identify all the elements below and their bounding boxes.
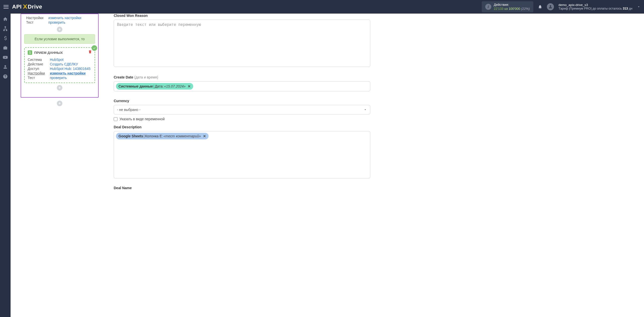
info-icon: i	[485, 4, 491, 10]
create-date-input[interactable]: Системные данные | Дата: «15.07.2024» ✕	[114, 81, 370, 91]
actions-text: Действия: 22'133 из 100'000 (22%)	[494, 3, 530, 11]
bell-icon[interactable]	[538, 5, 542, 9]
test-label2: Тест	[28, 76, 48, 80]
actions-counter[interactable]: i Действия: 22'133 из 100'000 (22%)	[482, 1, 533, 12]
logo-api: API	[12, 4, 22, 10]
field-dealname: Deal Name	[114, 186, 370, 190]
chevron-down-icon	[364, 108, 367, 111]
step-header: 1 ПРИЕМ ДАННЫХ	[28, 50, 92, 55]
avatar[interactable]	[547, 3, 554, 10]
test-value[interactable]: проверить	[50, 76, 67, 80]
desc-input[interactable]: Google Sheets | Колонка E: «тест коммент…	[114, 131, 370, 178]
flow-container: Настройки изменить настройки Тест провер…	[21, 14, 99, 98]
test-label: Тест	[26, 20, 46, 24]
add-step-button-2[interactable]: +	[57, 85, 62, 91]
currency-label: Currency	[114, 99, 370, 103]
add-step-button[interactable]: +	[57, 27, 62, 32]
menu-icon[interactable]	[4, 5, 9, 9]
add-branch-button[interactable]: +	[57, 101, 62, 106]
create-date-label: Create Date (дата и время)	[114, 75, 370, 79]
chevron-down-icon[interactable]	[637, 5, 640, 9]
source-block: Настройки изменить настройки Тест провер…	[24, 14, 95, 25]
test-link[interactable]: проверить	[48, 20, 65, 24]
settings-label: Настройки	[26, 16, 46, 20]
step-number: 1	[28, 50, 32, 55]
actions-used: 22'133	[494, 7, 504, 11]
as-variable-label: Указать в виде переменной	[119, 117, 165, 121]
field-closed-won: Closed Won Reason	[114, 14, 370, 68]
user-icon[interactable]	[3, 64, 8, 69]
user-name: demo_apix-drive_s3	[558, 3, 632, 7]
home-icon[interactable]	[3, 17, 8, 22]
side-rail	[0, 14, 11, 317]
condition-banner: Если условие выполняется, то	[24, 34, 95, 44]
settings-label2: Настройки	[28, 71, 48, 75]
destination-card[interactable]: 1 ПРИЕМ ДАННЫХ СистемаHubSpot ДействиеСо…	[24, 47, 95, 83]
currency-select[interactable]: - не выбрано -	[114, 105, 370, 114]
field-currency: Currency - не выбрано - Указать в виде п…	[114, 99, 370, 121]
svg-rect-2	[6, 30, 7, 31]
action-label: Действие	[28, 62, 48, 66]
chip-remove-icon[interactable]: ✕	[203, 134, 206, 138]
user-block[interactable]: demo_apix-drive_s3 Тариф |Премиум PRO| д…	[558, 3, 632, 11]
actions-label: Действия:	[494, 3, 530, 7]
logo-x-icon	[22, 3, 27, 10]
top-header: API Drive i Действия: 22'133 из 100'000 …	[0, 0, 644, 14]
logo-drive: Drive	[28, 4, 42, 10]
system-value[interactable]: HubSpot	[50, 58, 63, 62]
header-left: API Drive	[4, 3, 42, 10]
svg-rect-1	[4, 30, 5, 31]
system-label: Система	[28, 58, 48, 62]
actions-pct: (22%)	[521, 7, 530, 11]
access-label: Доступ	[28, 67, 48, 71]
user-plan: Тариф |Премиум PRO| до оплаты осталось 3…	[558, 7, 632, 11]
briefcase-icon[interactable]	[3, 45, 8, 50]
left-panel: Настройки изменить настройки Тест провер…	[11, 14, 104, 317]
field-desc: Deal Description Google Sheets | Колонка…	[114, 125, 370, 178]
closed-won-input[interactable]	[114, 20, 370, 67]
desc-chip[interactable]: Google Sheets | Колонка E: «тест коммент…	[116, 133, 209, 139]
trash-icon[interactable]	[88, 50, 92, 54]
actions-sep: из	[504, 7, 508, 11]
desc-label: Deal Description	[114, 125, 370, 129]
chip-remove-icon[interactable]: ✕	[188, 84, 191, 89]
closed-won-label: Closed Won Reason	[114, 14, 370, 18]
dealname-label: Deal Name	[114, 186, 370, 190]
dollar-icon[interactable]	[3, 36, 8, 41]
help-icon[interactable]	[3, 74, 8, 79]
field-create-date: Create Date (дата и время) Системные дан…	[114, 75, 370, 91]
page: Настройки изменить настройки Тест провер…	[11, 14, 644, 317]
logo[interactable]: API Drive	[12, 3, 42, 10]
check-icon	[92, 45, 97, 51]
currency-placeholder: - не выбрано -	[117, 108, 140, 112]
form-panel: Closed Won Reason Create Date (дата и вр…	[104, 14, 380, 317]
as-variable-row[interactable]: Указать в виде переменной	[114, 117, 370, 121]
header-right: i Действия: 22'133 из 100'000 (22%) demo…	[482, 1, 640, 12]
access-value[interactable]: HubSpot Hub: 143801645	[50, 67, 91, 71]
step-rows: СистемаHubSpot ДействиеСоздать СДЕЛКУ До…	[28, 57, 92, 80]
sitemap-icon[interactable]	[3, 26, 8, 31]
actions-total: 100'000	[509, 7, 520, 11]
step-title: ПРИЕМ ДАННЫХ	[34, 51, 63, 55]
as-variable-checkbox[interactable]	[114, 117, 117, 121]
youtube-icon[interactable]	[3, 55, 8, 60]
create-date-chip[interactable]: Системные данные | Дата: «15.07.2024» ✕	[116, 83, 193, 90]
settings-value[interactable]: изменить настройки	[50, 71, 86, 75]
action-value[interactable]: Создать СДЕЛКУ	[50, 62, 78, 66]
settings-link[interactable]: изменить настройки	[48, 16, 81, 20]
svg-rect-0	[5, 26, 6, 27]
